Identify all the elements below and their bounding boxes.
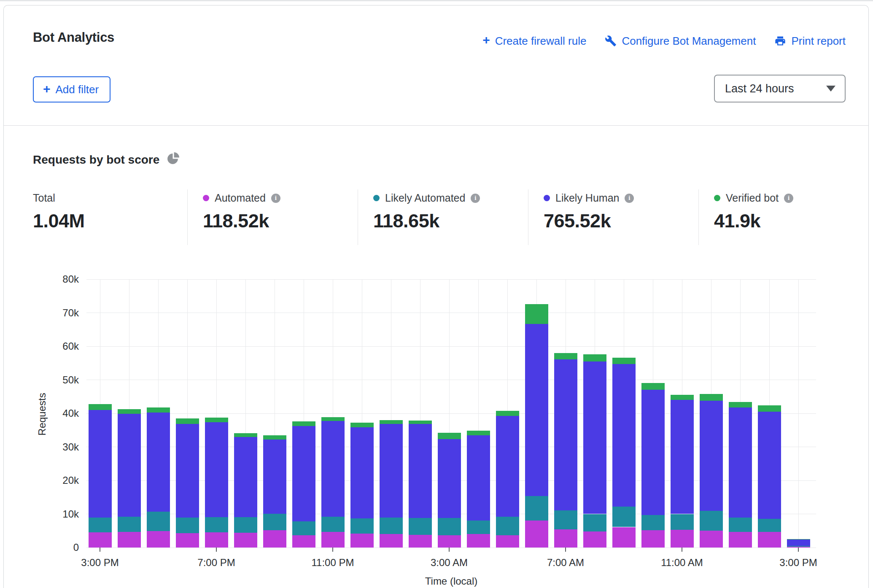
stat-automated-label: Automated [215,192,266,204]
info-icon[interactable]: i [625,194,634,203]
page-top-divider [0,0,873,1]
stat-separator [358,189,358,245]
time-range-select[interactable]: Last 24 hours [714,75,846,102]
stat-likely-human-value: 765.52k [544,210,634,232]
stat-likely-automated: Likely Automatedi118.65k [373,192,480,232]
stat-verified-bot-value: 41.9k [714,210,793,232]
action-create-firewall-rule[interactable]: +Create firewall rule [482,34,586,48]
stat-likely-human-label: Likely Human [555,192,619,204]
info-icon[interactable]: i [471,194,480,203]
header-actions: +Create firewall ruleConfigure Bot Manag… [482,34,846,48]
info-icon[interactable]: i [784,194,793,203]
card-header: Bot Analytics +Create firewall ruleConfi… [4,5,868,126]
stat-verified-bot-label: Verified bot [726,192,779,204]
stat-likely-human: Likely Humani765.52k [544,192,634,232]
stat-verified-bot: Verified boti41.9k [714,192,793,232]
bot-analytics-card: Bot Analytics +Create firewall ruleConfi… [3,5,869,588]
stat-likely-automated-value: 118.65k [373,210,480,232]
stat-separator [528,189,528,245]
stats-row: Total1.04MAutomatedi118.52kLikely Automa… [4,189,868,248]
legend-dot-likely-human [544,195,550,201]
chevron-down-icon [826,86,835,92]
stat-total-label: Total [33,192,55,204]
stat-separator [698,189,699,245]
printer-icon [774,35,786,47]
wrench-icon [605,35,617,47]
add-filter-button[interactable]: + Add filter [33,76,110,102]
stat-automated-label-row: Automatedi [203,192,280,204]
stat-total: Total1.04M [33,192,85,232]
plus-icon: + [482,34,490,48]
action-print-report-label: Print report [791,35,846,48]
action-print-report[interactable]: Print report [774,35,846,48]
stat-likely-human-label-row: Likely Humani [544,192,634,204]
pie-chart-icon [166,152,179,167]
page-title: Bot Analytics [33,30,114,45]
stat-verified-bot-label-row: Verified boti [714,192,793,204]
plus-icon: + [43,83,51,95]
stat-automated-value: 118.52k [203,210,280,232]
action-configure-bot-management[interactable]: Configure Bot Management [605,35,756,48]
stat-automated: Automatedi118.52k [203,192,280,232]
section-title: Requests by bot score [33,153,159,167]
stat-likely-automated-label: Likely Automated [385,192,465,204]
stat-total-label-row: Total [33,192,85,204]
info-icon[interactable]: i [271,194,280,203]
stat-likely-automated-label-row: Likely Automatedi [373,192,480,204]
stat-separator [187,189,188,245]
time-range-value: Last 24 hours [725,82,794,95]
action-configure-bot-management-label: Configure Bot Management [622,35,756,48]
section-title-row: Requests by bot score [33,152,179,167]
stat-total-value: 1.04M [33,210,85,232]
legend-dot-likely-automated [373,195,380,201]
add-filter-label: Add filter [56,83,99,96]
legend-dot-verified-bot [714,195,720,201]
action-create-firewall-rule-label: Create firewall rule [495,35,587,48]
legend-dot-automated [203,195,209,201]
